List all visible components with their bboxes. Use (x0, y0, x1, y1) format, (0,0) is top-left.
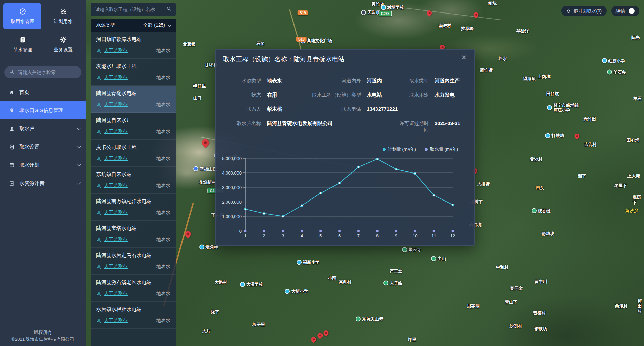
list-item[interactable]: 陆河县自来水厂 人工监测点 地表水 (91, 113, 176, 140)
map-label: 望海顶 (523, 76, 536, 81)
map-pin-icon[interactable] (322, 329, 329, 337)
map-poi-marker[interactable]: 烧香缝 (532, 208, 551, 213)
map-label: 山口 (193, 96, 202, 100)
map-poi-marker[interactable]: 东坑尖山寺 (356, 317, 383, 322)
legend-item-0[interactable]: 计划量 (m³/年) (383, 146, 416, 152)
sidebar-item-4[interactable]: 取水计划 (0, 156, 86, 174)
map-poi-marker[interactable]: 幸福山庄 (193, 166, 217, 171)
list-item[interactable]: 河口镇唱歌潭水电站 人工监测点 地表水 (91, 32, 176, 59)
project-search[interactable] (91, 3, 176, 16)
map-poi-marker[interactable]: 普宁市船埔镇 河江小学 (547, 103, 579, 112)
road-badge: S19 (298, 10, 308, 15)
monitor-link[interactable]: 人工监测点 (104, 48, 128, 54)
water-type: 地表水 (156, 48, 170, 54)
list-item[interactable]: 陆河县青碇水电站 人工监测点 地表水 (91, 86, 176, 113)
legend-label: 计划量 (m³/年) (388, 146, 416, 152)
person-icon (96, 156, 102, 161)
map-poi-marker[interactable]: 大新小学 (285, 289, 308, 294)
monitor-link[interactable]: 人工监测点 (104, 210, 128, 216)
detail-toggle[interactable]: 详情 (611, 6, 639, 16)
module-label: 取用水管理 (11, 19, 34, 25)
intake-detail-modal: 取水工程（设施）名称：陆河县青碇水电站 × 水源类型 地表水 河道内外 河道内 … (215, 49, 475, 246)
list-item[interactable]: 陆河县激石溪老区水电站 人工监测点 地表水 (91, 275, 176, 302)
module-tab-1[interactable]: 计划用水 (44, 3, 82, 29)
map-label: 花塘新村 (199, 180, 216, 185)
monitor-link[interactable]: 人工监测点 (104, 318, 128, 324)
map-label: 坝子里 (252, 322, 265, 327)
monitor-link[interactable]: 人工监测点 (104, 102, 128, 108)
monitor-link[interactable]: 人工监测点 (104, 129, 128, 135)
detail-row: 状态 在用 取水工程（设施）类型 水电站 取水用途 水力发电 (226, 92, 464, 98)
map-label: 上岗坑 (538, 74, 551, 79)
map-poi-marker[interactable]: 人子峰 (383, 281, 402, 286)
chevron-down-icon (77, 144, 81, 148)
poi-label: 大新小学 (291, 289, 308, 294)
water-source-filter[interactable]: 水源类型 全部 (125) (91, 19, 176, 32)
legend-item-1[interactable]: 取水量 (m³/年) (425, 146, 458, 152)
map-label: 嶂仔里 (193, 84, 206, 88)
sidebar-search[interactable] (4, 66, 81, 78)
detail-field: 取水类型 河道内生产 (395, 78, 464, 84)
map-poi-marker[interactable]: 聚云寺 (402, 247, 421, 252)
field-value: 水力发电 (435, 92, 455, 98)
list-item[interactable]: 东坑镇自来水站 人工监测点 地表水 (91, 167, 176, 194)
poi-label: 打铁塘 (552, 133, 564, 138)
monitor-link[interactable]: 人工监测点 (104, 156, 128, 162)
monitor-link[interactable]: 人工监测点 (104, 291, 128, 297)
monitor-link[interactable]: 人工监测点 (104, 75, 128, 81)
list-item[interactable]: 水唇镇水栏肚水电站 人工监测点 地表水 (91, 302, 176, 329)
map-label: 大路村 (215, 280, 227, 285)
toggle-knob[interactable] (629, 8, 635, 14)
map-poi-marker[interactable]: 红旗小学 (602, 58, 625, 63)
sidebar-menu: 首页 取水口GIS信息管理 取水户 取水设置 取水计划 水资源计费 (0, 83, 86, 192)
svg-text:0: 0 (239, 229, 242, 234)
usage-chart[interactable]: 01,000,0002,000,0003,000,0004,000,0005,0… (218, 154, 457, 239)
module-tab-2[interactable]: 节水管理 (3, 32, 41, 57)
poi-label: 东坑尖山寺 (362, 317, 383, 321)
project-search-input[interactable] (95, 7, 166, 12)
map-poi-marker[interactable]: 打铁塘 (545, 133, 564, 138)
map-road (289, 9, 301, 50)
list-item[interactable]: 陆河县南万镇杞洋水电站 人工监测点 地表水 (91, 194, 176, 221)
poi-label: 红旗小学 (608, 58, 625, 63)
map-label: 吉告村 (584, 142, 597, 147)
map-poi-marker[interactable]: 福新小学 (297, 260, 320, 265)
svg-text:8: 8 (376, 233, 379, 238)
map-poi-marker[interactable]: 大溪学校 (240, 282, 263, 287)
list-item[interactable]: 麦卡公司取水工程 人工监测点 地表水 (91, 140, 176, 167)
sidebar-item-5[interactable]: 水资源计费 (0, 174, 86, 192)
map-pin-icon[interactable] (573, 133, 581, 140)
monitor-link[interactable]: 人工监测点 (104, 183, 128, 189)
close-icon[interactable]: × (461, 53, 466, 62)
sidebar-item-2[interactable]: 取水户 (0, 119, 86, 138)
monitor-link[interactable]: 人工监测点 (104, 237, 128, 243)
map-pin-icon[interactable] (316, 332, 324, 339)
sidebar-item-0[interactable]: 首页 (0, 83, 86, 101)
map-pin-icon[interactable] (310, 336, 317, 343)
module-label: 业务设置 (54, 47, 73, 53)
map-poi-marker[interactable]: 墩塘学校 (381, 5, 404, 10)
module-tab-3[interactable]: 业务设置 (44, 32, 82, 57)
poi-dot-icon (285, 289, 290, 294)
map-poi-marker[interactable]: 尖山 (431, 256, 446, 261)
sidebar-item-1[interactable]: 取水口GIS信息管理 (0, 101, 86, 119)
module-tab-0[interactable]: 取用水管理 (3, 3, 41, 29)
plan-icon (9, 162, 15, 168)
list-item[interactable]: 陆河县宝塔水电站 人工监测点 地表水 (91, 221, 176, 248)
water-type: 地表水 (156, 318, 170, 324)
search-icon[interactable] (166, 6, 172, 13)
sidebar-search-input[interactable] (17, 69, 77, 75)
over-plan-intake-button[interactable]: 超计划取水(0) (561, 6, 607, 16)
list-item[interactable]: 陆河县水唇走马石水电站 人工监测点 地表水 (91, 248, 176, 275)
map-poi-marker[interactable]: 天珠顶 (361, 10, 380, 15)
map-poi-marker[interactable]: 羊石尖 (607, 70, 626, 75)
detail-field: 联系人 彭木桃 (226, 106, 304, 112)
field-label: 联系人 (226, 106, 261, 112)
legend-dot-icon (383, 148, 386, 151)
map-label: 箭竹塘 (480, 68, 493, 72)
svg-text:5,000,000: 5,000,000 (222, 156, 242, 161)
person-icon (96, 75, 102, 80)
sidebar-item-3[interactable]: 取水设置 (0, 138, 86, 156)
monitor-link[interactable]: 人工监测点 (104, 264, 128, 270)
list-item[interactable]: 友能水厂取水工程 人工监测点 地表水 (91, 59, 176, 86)
